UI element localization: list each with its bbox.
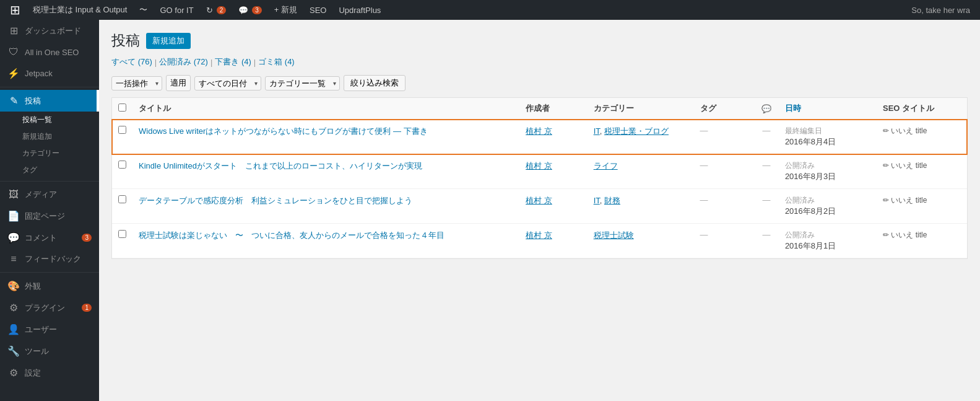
dashboard-icon: ⊞ [7, 25, 20, 37]
sidebar-item-media[interactable]: 🖼 メディア [0, 184, 99, 205]
apply-button[interactable]: 適用 [166, 75, 191, 91]
post-seo-cell: ✏ いいえ title [877, 224, 967, 258]
sidebar-item-tools[interactable]: 🔧 ツール [0, 340, 99, 362]
sidebar-subitem-add-new[interactable]: 新規追加 [0, 128, 99, 145]
updates-button[interactable]: ↻ 2 [201, 0, 232, 20]
plugins-icon: ⚙ [7, 302, 20, 314]
post-comments-cell: — [754, 224, 779, 258]
select-all-checkbox[interactable] [118, 104, 126, 112]
category-link[interactable]: IT [594, 196, 600, 205]
comments-button[interactable]: 💬 3 [233, 0, 267, 20]
date-value: 2016年8月2日 [785, 206, 870, 217]
main-content: 投稿 新規追加 すべて (76) | 公開済み (72) | 下書き (4) | [99, 20, 980, 401]
filter-draft-link[interactable]: 下書き (4) [215, 56, 251, 68]
sidebar-item-label: 設定 [25, 368, 41, 379]
filter-all-link[interactable]: すべて (76) [111, 56, 152, 68]
category-link[interactable]: 税理士試験 [594, 231, 634, 240]
submenu-label: 新規追加 [22, 131, 52, 142]
updraftplus-button[interactable]: UpdraftPlus [334, 0, 386, 20]
sidebar-item-label: プラグイン [25, 302, 65, 314]
sidebar-subitem-posts-list[interactable]: 投稿一覧 [0, 112, 99, 128]
category-filter-select[interactable]: カテゴリー一覧 [265, 76, 340, 90]
plugins-menu-badge: 1 [82, 304, 92, 312]
row-checkbox[interactable] [118, 126, 126, 134]
col-comments-header: 💬 [754, 98, 779, 120]
sidebar-subitem-tags[interactable]: タグ [0, 162, 99, 178]
post-seo-cell: ✏ いいえ title [877, 189, 967, 224]
filter-published-link[interactable]: 公開済み (72) [159, 56, 208, 68]
row-checkbox[interactable] [118, 195, 126, 203]
sidebar-item-settings[interactable]: ⚙ 設定 [0, 362, 99, 384]
add-new-button[interactable]: 新規追加 [146, 33, 191, 49]
post-title-link[interactable]: Kindle Unlimitedがスタート これまで以上のローコスト、ハイリター… [139, 161, 422, 170]
sidebar-item-feedback[interactable]: ≡ フィードバック [0, 249, 99, 270]
updraftplus-label: UpdraftPlus [339, 6, 381, 15]
menu-separator [0, 87, 99, 87]
sidebar-item-plugins[interactable]: ⚙ プラグイン 1 [0, 297, 99, 319]
col-tags-header: タグ [694, 98, 754, 120]
wp-wrap: ⊞ ダッシュボード 🛡 All in One SEO ⚡ Jetpack ✎ 投… [0, 20, 980, 401]
sidebar-item-dashboard[interactable]: ⊞ ダッシュボード [0, 20, 99, 42]
sidebar-item-jetpack[interactable]: ⚡ Jetpack [0, 63, 99, 84]
site-name-label: 税理士業は Input & Output [33, 4, 127, 15]
category-link[interactable]: ライフ [594, 161, 618, 170]
post-author-cell: 植村 京 [519, 224, 587, 258]
go-for-it-button[interactable]: GO for IT [155, 0, 198, 20]
admin-bar: ⊞ 税理士業は Input & Output 〜 GO for IT ↻ 2 💬… [0, 0, 980, 20]
sidebar-item-label: ユーザー [25, 324, 57, 335]
sidebar-item-posts[interactable]: ✎ 投稿 [0, 90, 99, 112]
post-categories-cell: IT, 税理士業・ブログ [588, 120, 694, 154]
table-row: データテーブルで感応度分析 利益シミュレーションをひと目で把握しよう植村 京IT… [112, 189, 967, 224]
sidebar-item-comments[interactable]: 💬 コメント 3 [0, 227, 99, 249]
category-filter-wrap: カテゴリー一覧 ▾ [265, 76, 340, 90]
category-link[interactable]: IT [594, 126, 600, 136]
post-title-link[interactable]: データテーブルで感応度分析 利益シミュレーションをひと目で把握しよう [139, 196, 412, 205]
post-author-cell: 植村 京 [519, 120, 587, 154]
sidebar-item-label: コメント [25, 232, 57, 244]
author-link[interactable]: 植村 京 [526, 196, 552, 205]
date-filter-select[interactable]: すべての日付 [194, 76, 261, 90]
page-title-area: 投稿 新規追加 [111, 20, 968, 56]
sidebar-item-appearance[interactable]: 🎨 外観 [0, 275, 99, 297]
sidebar-item-label: All in One SEO [25, 48, 79, 57]
category-link[interactable]: 財務 [604, 196, 620, 205]
post-comments-cell: — [754, 189, 779, 224]
sidebar-item-pages[interactable]: 📄 固定ページ [0, 205, 99, 227]
search-button[interactable]: 絞り込み検索 [344, 75, 405, 91]
seo-label: SEO [310, 6, 326, 15]
new-post-button[interactable]: + 新規 [269, 0, 302, 20]
sidebar-item-allinoneseo[interactable]: 🛡 All in One SEO [0, 42, 99, 63]
col-date-header[interactable]: 日時 [779, 98, 877, 120]
post-title-link[interactable]: 税理士試験は楽じゃない 〜 ついに合格、友人からのメールで合格を知った４年目 [139, 231, 444, 240]
post-tags-cell: — [694, 154, 754, 189]
sidebar-subitem-categories[interactable]: カテゴリー [0, 145, 99, 162]
filter-trash-link[interactable]: ゴミ箱 (4) [258, 56, 295, 68]
row-checkbox[interactable] [118, 230, 126, 238]
sidebar-item-users[interactable]: 👤 ユーザー [0, 319, 99, 340]
settings-icon: ⚙ [7, 367, 20, 379]
category-link[interactable]: 税理士業・ブログ [604, 126, 669, 136]
separator1: 〜 [134, 0, 152, 20]
col-title-header[interactable]: タイトル [132, 98, 519, 120]
updates-badge: 2 [217, 6, 227, 14]
author-link[interactable]: 植村 京 [526, 231, 552, 240]
date-value: 2016年8月3日 [785, 171, 870, 182]
author-link[interactable]: 植村 京 [526, 161, 552, 170]
post-tags-cell: — [694, 224, 754, 258]
menu-separator [0, 272, 99, 273]
wp-logo-button[interactable]: ⊞ [5, 0, 25, 20]
date-label: 公開済み [785, 161, 870, 171]
posts-table-wrapper: タイトル 作成者 カテゴリー タグ 💬 日時 SEO タイトル Widows [111, 97, 968, 259]
site-name-button[interactable]: 税理士業は Input & Output [28, 0, 132, 20]
post-title-cell: 税理士試験は楽じゃない 〜 ついに合格、友人からのメールで合格を知った４年目 [132, 224, 519, 258]
seo-button[interactable]: SEO [305, 0, 331, 20]
sidebar-item-label: ダッシュボード [25, 25, 81, 37]
row-checkbox[interactable] [118, 161, 126, 169]
go-for-it-label: GO for IT [160, 6, 193, 15]
post-title-link[interactable]: Widows Live writerはネットがつながらない時にもブログが書けて便… [139, 126, 428, 136]
bulk-action-select[interactable]: 一括操作 [111, 76, 162, 90]
post-categories-cell: ライフ [588, 154, 694, 189]
author-link[interactable]: 植村 京 [526, 126, 552, 136]
post-comments-cell: — [754, 120, 779, 154]
table-body: Widows Live writerはネットがつながらない時にもブログが書けて便… [112, 120, 967, 258]
